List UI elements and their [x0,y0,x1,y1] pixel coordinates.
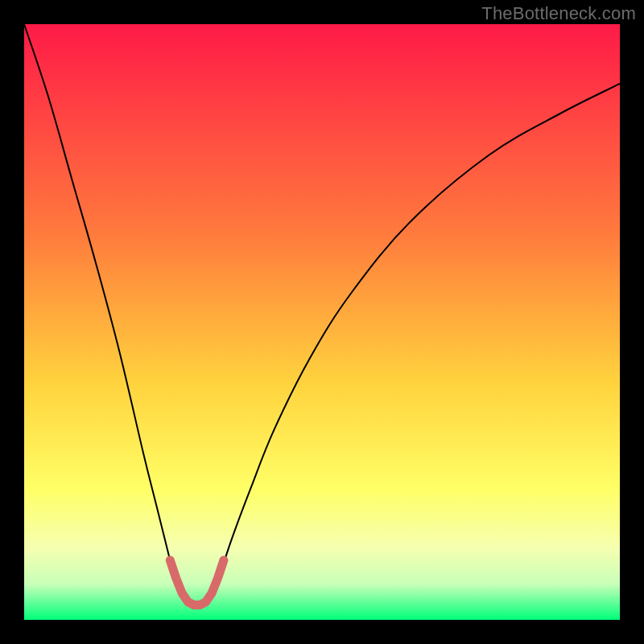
chart-background [24,24,620,620]
watermark-text: TheBottleneck.com [481,3,636,24]
chart-frame [24,24,620,620]
bottleneck-chart [24,24,620,620]
